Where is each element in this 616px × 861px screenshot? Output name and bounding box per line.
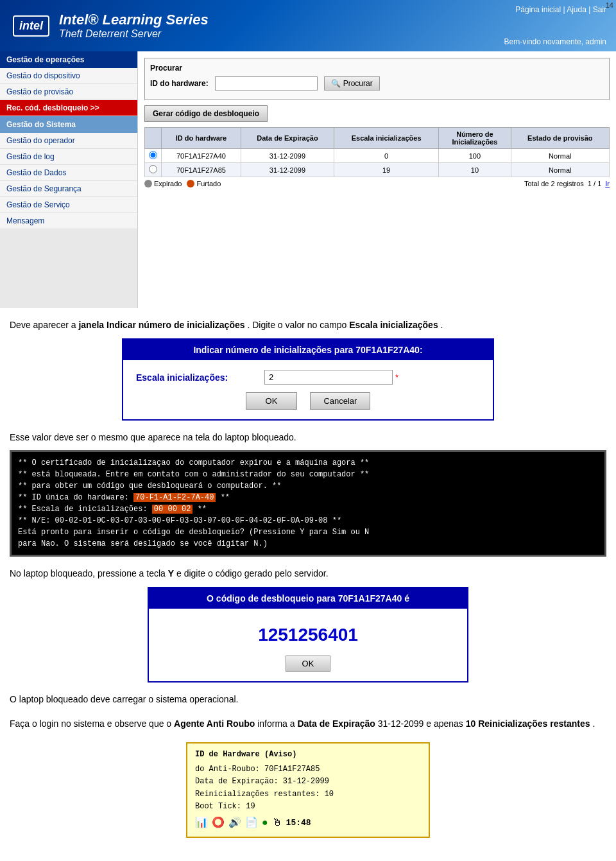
row1-num: 100 — [439, 149, 511, 163]
code-header: O código de desbloqueio para 70F1A1F27A4… — [149, 588, 467, 609]
info-line3: Reinicializações restantes: 10 — [195, 788, 421, 801]
col-num-init: Número deInicializações — [439, 128, 511, 149]
row2-radio[interactable] — [149, 165, 157, 173]
table-row: 70F1A1F27A40 31-12-2099 0 100 Normal — [145, 149, 610, 163]
row1-scale: 0 — [334, 149, 439, 163]
header-welcome: Bem-vindo novamente, admin — [504, 37, 606, 46]
total-records: Total de 2 registros — [524, 180, 584, 187]
col-expiry: Data de Expiração — [241, 128, 334, 149]
modal-required-mark: * — [395, 372, 398, 382]
instruction5: Faça o login no sistema e observe que o … — [10, 717, 606, 731]
sidebar-section-operations[interactable]: Gestão de operações — [0, 51, 137, 68]
row1-id: 70F1A1F27A40 — [162, 149, 241, 163]
row2-state: Normal — [511, 163, 609, 177]
sidebar-item-provision[interactable]: Gestão de provisão — [0, 84, 137, 100]
stolen-icon — [187, 180, 194, 187]
col-state: Estado de provisão — [511, 128, 609, 149]
modal-scale-input[interactable] — [264, 370, 393, 385]
header-nav[interactable]: Página inicial | Ajuda | Sair — [515, 5, 606, 14]
row1-state: Normal — [511, 149, 609, 163]
modal-body: Escala inicializações: * OK Cancelar — [123, 360, 493, 419]
laptop-screen: ** O certificado de inicializaçao do com… — [10, 450, 606, 557]
instruction4: O laptop bloqueado deve carregar o siste… — [10, 692, 606, 706]
wifi-icon: ● — [262, 815, 268, 832]
generate-button[interactable]: Gerar código de desbloqueio — [144, 105, 268, 122]
sidebar-item-log[interactable]: Gestão de log — [0, 149, 137, 165]
laptop-line3: ** para obter um código que desbloqueará… — [18, 480, 598, 492]
sidebar-section-system: Gestão do Sistema — [0, 116, 137, 133]
info-line4: Boot Tick: 19 — [195, 801, 421, 813]
intel-icon: ⭕ — [212, 815, 225, 832]
stolen-label: Furtado — [196, 180, 221, 187]
modal-cancel-button[interactable]: Cancelar — [310, 392, 370, 410]
info-box-title: ID de Hardware (Aviso) — [195, 749, 421, 761]
header: intel Intel® Learning Series Theft Deter… — [0, 0, 616, 51]
expired-icon — [144, 180, 152, 187]
instruction1: Deve aparecer a janela Indicar número de… — [10, 318, 606, 332]
table-footer: Expirado Furtado Total de 2 registros 1 … — [144, 180, 610, 187]
info-box: ID de Hardware (Aviso) do Anti-Roubo: 70… — [186, 742, 430, 839]
modal-field-label: Escala inicializações: — [136, 372, 264, 383]
row1-expiry: 31-12-2099 — [241, 149, 334, 163]
modal-dialog: Indicar número de inicializações para 70… — [122, 338, 494, 421]
code-ok-button[interactable]: OK — [286, 656, 331, 672]
info-line2: Data de Expiração: 31-12-2099 — [195, 776, 421, 788]
laptop-line8: para Nao. O sistema será desligado se vo… — [18, 538, 598, 550]
code-value: 1251256401 — [162, 625, 454, 645]
modal-header: Indicar número de inicializações para 70… — [123, 340, 493, 360]
search-icon: 🔍 — [331, 79, 341, 88]
row2-expiry: 31-12-2099 — [241, 163, 334, 177]
info-line1: do Anti-Roubo: 70F1A1F27A85 — [195, 763, 421, 776]
data-table: ID do hardware Data de Expiração Escala … — [144, 127, 610, 177]
search-label: ID do hardware: — [150, 79, 209, 88]
search-title: Procurar — [150, 64, 604, 73]
sidebar-item-service[interactable]: Gestão de Serviço — [0, 197, 137, 213]
col-hardware-id: ID do hardware — [162, 128, 241, 149]
sidebar-item-data[interactable]: Gestão de Dados — [0, 165, 137, 181]
row2-scale: 19 — [334, 163, 439, 177]
header-title: Intel® Learning Series Theft Deterrent S… — [59, 12, 209, 40]
row1-radio[interactable] — [149, 151, 157, 159]
title-main: Intel® Learning Series — [59, 12, 209, 28]
sidebar-item-operator[interactable]: Gestão do operador — [0, 133, 137, 149]
code-body: 1251256401 OK — [149, 609, 467, 681]
instruction3: No laptop bloqueado, pressione a tecla Y… — [10, 566, 606, 580]
volume-icon: 🔊 — [228, 815, 241, 832]
intel-logo: intel — [13, 15, 49, 37]
sidebar-item-unlock[interactable]: Rec. cód. desbloqueio >> — [0, 100, 137, 116]
search-input[interactable] — [215, 76, 318, 91]
sidebar-item-device[interactable]: Gestão do dispositivo — [0, 68, 137, 84]
main-container: Gestão de operações Gestão do dispositiv… — [0, 51, 616, 308]
expired-label: Expirado — [154, 180, 182, 187]
laptop-line4: ** ID única do hardware: 70-F1-A1-F2-7A-… — [18, 492, 598, 503]
scale-highlight: 00 00 02 — [152, 505, 193, 514]
cursor-icon: 🖱 — [272, 815, 282, 832]
search-box: Procurar ID do hardware: 🔍 Procurar — [144, 58, 610, 100]
hardware-id-highlight: 70-F1-A1-F2-7A-40 — [133, 493, 216, 502]
laptop-line7: Está pronto para inserir o código de des… — [18, 526, 598, 538]
col-scale: Escala inicializações — [334, 128, 439, 149]
sidebar-item-security[interactable]: Gestão de Segurança — [0, 181, 137, 197]
laptop-line5: ** Escala de inicializações: 00 00 02 ** — [18, 503, 598, 515]
row2-id: 70F1A1F27A85 — [162, 163, 241, 177]
col-radio — [145, 128, 162, 149]
sidebar-item-message[interactable]: Mensagem — [0, 213, 137, 229]
page-info: 1 / 1 — [588, 180, 601, 187]
code-dialog: O código de desbloqueio para 70F1A1F27A4… — [148, 587, 468, 683]
modal-ok-button[interactable]: OK — [246, 392, 298, 410]
sidebar: Gestão de operações Gestão do dispositiv… — [0, 51, 138, 308]
laptop-line2: ** está bloqueada. Entre em contato com … — [18, 469, 598, 480]
page-number: 14 — [606, 1, 613, 9]
search-button[interactable]: 🔍 Procurar — [324, 76, 380, 91]
laptop-line1: ** O certificado de inicializaçao do com… — [18, 457, 598, 469]
bar-chart-icon: 📊 — [195, 815, 208, 832]
content-area: Procurar ID do hardware: 🔍 Procurar Gera… — [138, 51, 616, 308]
title-sub: Theft Deterrent Server — [59, 28, 209, 40]
instruction2: Esse valor deve ser o mesmo que aparece … — [10, 430, 606, 444]
doc-icon: 📄 — [245, 815, 258, 832]
ir-link[interactable]: Ir — [605, 180, 610, 187]
laptop-line6: ** N/E: 00-02-01-0C-03-07-03-00-0F-03-03… — [18, 515, 598, 526]
table-row: 70F1A1F27A85 31-12-2099 19 10 Normal — [145, 163, 610, 177]
row2-num: 10 — [439, 163, 511, 177]
taskbar-time: 15:48 — [286, 817, 311, 830]
